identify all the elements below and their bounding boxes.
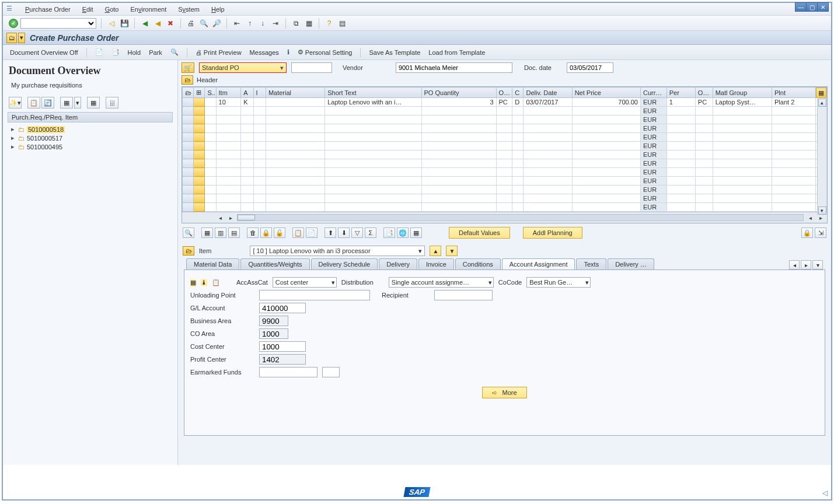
action-print-preview[interactable]: 🖨Print Preview [193,49,244,56]
grid-row[interactable]: EUR [183,194,827,203]
col-c[interactable]: C [512,88,524,98]
menu-system[interactable]: System [172,6,205,13]
action-park[interactable]: Park [146,49,165,56]
grid-row[interactable]: EUR [183,159,827,168]
collapse-all-icon[interactable]: 🔒 [801,228,813,238]
po-number-input[interactable] [291,62,332,73]
expand-arrow-icon[interactable]: ▸ [11,143,16,150]
find-next-icon[interactable]: 🔎 [211,18,222,29]
grid-settings-icon[interactable]: ▦ [816,88,826,98]
cocode-select[interactable]: Best Run Ge…▾ [526,277,591,288]
business-area-input[interactable] [259,316,288,326]
col-matl-group[interactable]: Matl Group [713,88,772,98]
expand-icon[interactable]: ▦ [87,97,100,108]
po-type-select[interactable]: Standard PO ▾ [199,62,287,73]
paste-icon[interactable]: 📄 [306,228,317,238]
grid-row[interactable]: EUR [183,150,827,159]
filter-icon[interactable]: ▽ [351,228,363,238]
scroll-left-icon[interactable]: ◂ [216,214,224,222]
create-icon[interactable]: 📄 [93,48,106,56]
hierarchy-icon[interactable]: ⌹ [106,97,118,108]
scroll-right-icon[interactable]: ▸ [226,214,235,222]
find-icon[interactable]: 🔍 [198,18,209,29]
grid-row[interactable]: EUR [183,168,827,177]
col-ou2[interactable]: O… [695,88,713,98]
profit-center-input[interactable] [259,354,306,365]
tree-item-preq[interactable]: ▸ 🗀 5010000518 [11,125,169,134]
col-material[interactable]: Material [266,88,324,98]
action-messages[interactable]: Messages [247,49,281,56]
detail-icon[interactable]: 🔍 [183,228,194,238]
grid-row[interactable]: EUR [183,186,827,194]
menu-help[interactable]: Help [205,6,231,13]
select-variant-icon[interactable]: ✨▾ [9,97,22,108]
col-a[interactable]: A [241,88,253,98]
col-net-price[interactable]: Net Price [572,88,640,98]
minimize-button[interactable]: — [795,2,807,12]
col-i[interactable]: I [253,88,266,98]
copy-row-icon[interactable]: 📑 [383,228,395,238]
scroll-left-end-icon[interactable]: ◂ [806,214,814,222]
col-itm[interactable]: Itm [216,88,241,98]
grid-row[interactable]: EUR [183,177,827,186]
cost-center-input[interactable] [259,341,306,352]
grid-row[interactable]: 10 K Laptop Lenovo with an i… 3 PC D 03/… [183,98,827,107]
tab-quantities-weights[interactable]: Quantities/Weights [240,258,309,270]
menu-purchase-order[interactable]: PPurchase Orderurchase Order [19,6,76,13]
info-icon[interactable]: ℹ [285,48,292,56]
select-block-icon[interactable]: ▤ [228,228,240,238]
col-select[interactable]: ⊞ [194,88,205,98]
sort-asc-icon[interactable]: ⬆ [324,228,336,238]
new-session-icon[interactable]: ⧉ [291,18,301,29]
next-item-icon[interactable]: ▼ [446,246,458,256]
tree-item-preq[interactable]: ▸ 🗀 5010000517 [11,134,169,142]
maximize-button[interactable]: ▢ [806,2,818,12]
more-button[interactable]: ➪ More [482,387,526,398]
shortcut-icon[interactable]: ▦ [303,18,314,29]
object-services-icon[interactable]: 🗂 [6,33,17,43]
horizontal-scrollbar[interactable]: ◂ ▸ ◂ ▸ [182,212,827,223]
cart-icon[interactable]: 🛒 [182,62,194,73]
save-icon[interactable]: 💾 [119,18,130,29]
clipboard-icon[interactable]: 📋 [212,279,220,286]
col-expand[interactable]: 🗁 [183,88,194,98]
accasscat-select[interactable]: Cost center▾ [273,277,337,288]
layout-icon[interactable]: ▦ [60,97,73,108]
action-personal-setting[interactable]: ⚙Personal Setting [295,48,355,56]
recipient-input[interactable] [434,290,493,300]
menu-edit[interactable]: Edit [76,6,99,13]
scroll-down-icon[interactable]: ▾ [818,206,826,215]
scroll-right-end-icon[interactable]: ▸ [816,214,825,222]
cancel-icon[interactable]: ✖ [165,18,176,29]
thermometer-icon[interactable]: 🌡 [201,279,207,286]
col-per[interactable]: Per [666,88,695,98]
back-green-icon[interactable]: ◀ [139,18,150,29]
gl-account-input[interactable] [259,303,306,313]
object-dropdown-icon[interactable]: ▾ [18,33,25,43]
col-s[interactable]: S.. [205,88,216,98]
addl-planning-button[interactable]: Addl Planning [523,227,582,239]
env-icon[interactable]: 🌐 [397,228,409,238]
unlock-icon[interactable]: 🔓 [274,228,285,238]
menu-environment[interactable]: Environment [124,6,172,13]
col-ou[interactable]: O… [496,88,512,98]
adopt-icon[interactable]: 📋 [27,97,40,108]
action-load-from-template[interactable]: Load from Template [426,49,487,56]
scroll-up-icon[interactable]: ▴ [818,99,826,107]
status-arrow-icon[interactable]: ◁ [822,489,828,497]
tab-account-assignment[interactable]: Account Assignment [502,258,575,270]
grid-row[interactable]: EUR [183,116,827,124]
default-values-button[interactable]: Default Values [449,227,510,239]
refresh-icon[interactable]: 🔄 [41,97,54,108]
prev-item-icon[interactable]: ▲ [430,246,441,256]
earmarked-funds-input[interactable] [259,367,317,377]
grid-row[interactable]: EUR [183,124,827,133]
app-menu-icon[interactable]: ☰ [6,5,16,14]
vendor-input[interactable] [396,62,512,73]
tab-texts[interactable]: Texts [576,258,606,270]
enter-icon[interactable]: ✓ [9,19,18,28]
earmarked-funds-item-input[interactable] [322,367,340,377]
tab-list-icon[interactable]: ▾ [812,260,823,270]
col-short-text[interactable]: Short Text [325,88,421,98]
action-hold[interactable]: Hold [125,49,144,56]
